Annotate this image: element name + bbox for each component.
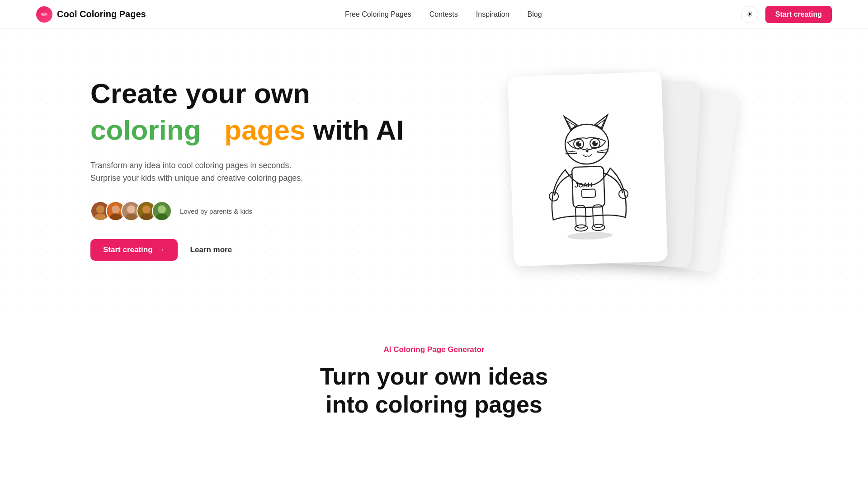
hero-word-coloring: coloring: [90, 114, 201, 145]
hero-right: S: [434, 74, 778, 264]
nav-link-blog[interactable]: Blog: [528, 10, 542, 19]
svg-point-1: [94, 214, 106, 221]
section-label: AI Coloring Page Generator: [36, 345, 832, 354]
hero-section: Create your own coloring pages with AI T…: [0, 29, 868, 309]
svg-point-3: [110, 214, 121, 221]
svg-point-9: [156, 214, 167, 221]
hero-start-creating-button[interactable]: Start creating →: [90, 239, 178, 261]
superhero-cat-illustration: JOAH: [526, 95, 649, 244]
svg-point-0: [96, 205, 104, 213]
cards-stack: S: [497, 74, 714, 264]
hero-title-line2: coloring pages with AI: [90, 114, 434, 146]
logo-icon: ✏: [36, 6, 52, 23]
avatar-label: Loved by parents & kids: [180, 207, 252, 215]
hero-actions: Start creating → Learn more: [90, 239, 434, 261]
svg-point-19: [549, 192, 559, 201]
avatars-group: [90, 201, 172, 221]
hero-word-pages: pages: [224, 114, 305, 145]
hero-left: Create your own coloring pages with AI T…: [90, 77, 434, 261]
hero-learn-more-link[interactable]: Learn more: [190, 245, 232, 254]
nav-link-contests[interactable]: Contests: [429, 10, 458, 19]
svg-point-7: [141, 214, 152, 221]
svg-point-6: [142, 205, 151, 213]
nav-link-inspiration[interactable]: Inspiration: [476, 10, 509, 19]
avatar-row: Loved by parents & kids: [90, 201, 434, 221]
nav-right: ☀ Start creating: [741, 6, 832, 23]
nav-start-creating-button[interactable]: Start creating: [765, 6, 832, 23]
theme-toggle-button[interactable]: ☀: [741, 6, 758, 23]
avatar-5: [152, 201, 172, 221]
hero-description: Transform any idea into cool coloring pa…: [90, 159, 307, 185]
nav-logo-text: Cool Coloring Pages: [57, 9, 146, 19]
hero-title-line1: Create your own: [90, 77, 434, 109]
section-title: Turn your own ideas into coloring pages: [36, 362, 832, 419]
nav-links: Free Coloring Pages Contests Inspiration…: [345, 10, 542, 19]
hero-word-with-ai: with AI: [313, 114, 404, 145]
card-front: JOAH: [508, 71, 668, 267]
svg-point-32: [567, 231, 613, 240]
nav-link-free-coloring[interactable]: Free Coloring Pages: [345, 10, 411, 19]
svg-rect-13: [582, 189, 596, 197]
svg-line-29: [566, 153, 577, 154]
navbar: ✏ Cool Coloring Pages Free Coloring Page…: [0, 0, 868, 29]
svg-text:JOAH: JOAH: [575, 181, 592, 189]
section-ai-generator: AI Coloring Page Generator Turn your own…: [0, 309, 868, 446]
svg-point-2: [112, 205, 120, 213]
svg-point-5: [125, 214, 137, 221]
nav-logo[interactable]: ✏ Cool Coloring Pages: [36, 6, 146, 23]
svg-line-31: [597, 152, 609, 153]
svg-point-8: [158, 205, 166, 213]
svg-point-4: [127, 205, 135, 213]
